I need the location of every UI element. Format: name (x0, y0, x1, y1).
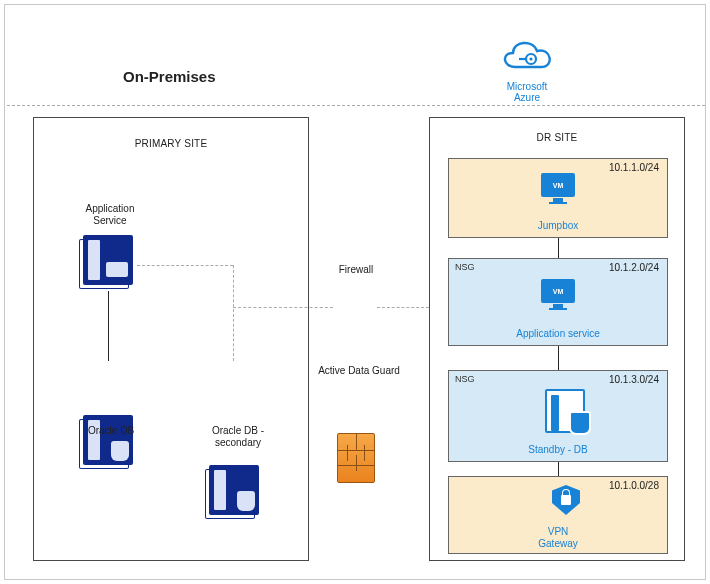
cloud-icon (495, 35, 559, 77)
app-service-label: Application Service (69, 203, 151, 227)
primary-site-title: PRIMARY SITE (34, 138, 308, 149)
vpn-gateway-icon (549, 485, 583, 519)
standby-db-icon (545, 389, 585, 433)
edge-app-to-sec-h (137, 265, 233, 266)
edge-app-to-sec-v (233, 265, 234, 361)
jumpbox-label: Jumpbox (449, 220, 667, 232)
standby-cidr: 10.1.3.0/24 (609, 374, 659, 385)
on-premises-title: On-Premises (123, 68, 216, 85)
app-service-icon (83, 235, 133, 285)
edge-jumpbox-to-app (558, 238, 559, 258)
diagram-canvas: On-Premises Microsoft Azure PRIMARY SITE… (4, 4, 706, 580)
subnet-app: NSG 10.1.2.0/24 VM Application service (448, 258, 668, 346)
primary-site-box: PRIMARY SITE (33, 117, 309, 561)
app-vm-icon: VM (541, 279, 575, 309)
edge-app-to-db (108, 291, 109, 361)
standby-nsg: NSG (455, 374, 475, 384)
app-service-az-label: Application service (449, 328, 667, 340)
subnet-vpn: 10.1.0.0/28 VPN Gateway (448, 476, 668, 554)
dr-site-title: DR SITE (430, 132, 684, 143)
oracle-db-label: Oracle DB (71, 425, 151, 437)
firewall-icon (337, 433, 375, 483)
edge-firewall-to-dr (377, 307, 429, 308)
subnet-jumpbox: 10.1.1.0/24 VM Jumpbox (448, 158, 668, 238)
region-divider (7, 105, 705, 106)
azure-label: Microsoft Azure (495, 81, 559, 103)
dr-site-box: DR SITE 10.1.1.0/24 VM Jumpbox NSG 10.1.… (429, 117, 685, 561)
svg-point-2 (529, 57, 532, 60)
edge-standby-to-vpn (558, 462, 559, 476)
edge-sec-to-firewall (233, 307, 333, 308)
oracle-db-secondary-icon (209, 465, 259, 515)
vpn-cidr: 10.1.0.0/28 (609, 480, 659, 491)
active-data-guard-label: Active Data Guard (309, 365, 409, 377)
oracle-db-icon (83, 415, 133, 465)
edge-app-to-standby (558, 346, 559, 370)
standby-db-label: Standby - DB (449, 444, 667, 456)
jumpbox-vm-icon: VM (541, 173, 575, 203)
vpn-gateway-label: VPN Gateway (449, 526, 667, 549)
oracle-db-secondary-label: Oracle DB - secondary (195, 425, 281, 449)
subnet-standby: NSG 10.1.3.0/24 Standby - DB (448, 370, 668, 462)
azure-cloud: Microsoft Azure (495, 35, 559, 103)
app-cidr: 10.1.2.0/24 (609, 262, 659, 273)
app-nsg: NSG (455, 262, 475, 272)
jumpbox-cidr: 10.1.1.0/24 (609, 162, 659, 173)
firewall-label: Firewall (326, 264, 386, 276)
